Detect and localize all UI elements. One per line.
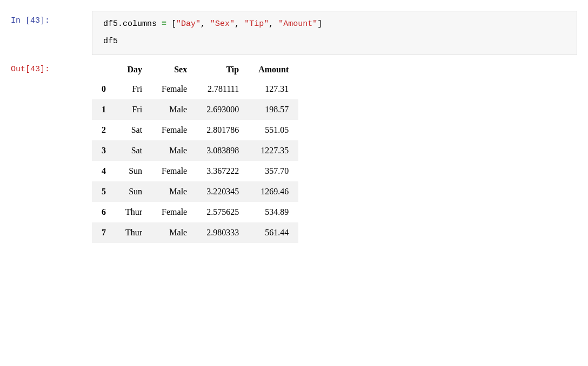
cell-tip: 2.781111 bbox=[197, 79, 249, 99]
cell-tip: 3.367222 bbox=[197, 161, 249, 181]
col-header-index bbox=[92, 60, 116, 79]
cell-tip: 3.220345 bbox=[197, 181, 249, 202]
cell-day: Sat bbox=[116, 140, 152, 161]
cell-index: 1 bbox=[92, 99, 116, 120]
cell-amount: 534.89 bbox=[249, 202, 298, 222]
cell-day: Sun bbox=[116, 181, 152, 202]
cell-day: Sun bbox=[116, 161, 152, 181]
cell-index: 2 bbox=[92, 120, 116, 140]
table-row: 4 Sun Female 3.367222 357.70 bbox=[92, 161, 298, 181]
code-open-bracket: [ bbox=[171, 19, 176, 29]
cell-amount: 127.31 bbox=[249, 79, 298, 99]
table-row: 6 Thur Female 2.575625 534.89 bbox=[92, 202, 298, 222]
code-str-tip: "Tip" bbox=[244, 19, 269, 29]
cell-tip: 2.980333 bbox=[197, 222, 249, 243]
input-cell: In [43]: df5.columns = ["Day", "Sex", "T… bbox=[0, 11, 588, 55]
cell-sex: Female bbox=[152, 79, 197, 99]
cell-sex: Male bbox=[152, 99, 197, 120]
cell-sex: Male bbox=[152, 181, 197, 202]
col-header-day: Day bbox=[116, 60, 152, 79]
code-equals: = bbox=[162, 19, 171, 29]
cell-day: Thur bbox=[116, 222, 152, 243]
cell-index: 5 bbox=[92, 181, 116, 202]
cell-sex: Male bbox=[152, 222, 197, 243]
code-str-amount: "Amount" bbox=[278, 19, 317, 29]
cell-day: Fri bbox=[116, 99, 152, 120]
code-str-day: "Day" bbox=[176, 19, 201, 29]
code-str-sex: "Sex" bbox=[210, 19, 235, 29]
input-label: In [43]: bbox=[0, 11, 92, 25]
code-df5: df5 bbox=[103, 37, 118, 46]
cell-index: 3 bbox=[92, 140, 116, 161]
code-comma-3: , bbox=[269, 19, 278, 29]
code-block[interactable]: df5.columns = ["Day", "Sex", "Tip", "Amo… bbox=[92, 11, 577, 55]
code-line-1: df5.columns = ["Day", "Sex", "Tip", "Amo… bbox=[103, 18, 566, 31]
table-row: 3 Sat Male 3.083898 1227.35 bbox=[92, 140, 298, 161]
table-row: 0 Fri Female 2.781111 127.31 bbox=[92, 79, 298, 99]
cell-index: 4 bbox=[92, 161, 116, 181]
code-comma-1: , bbox=[201, 19, 210, 29]
col-header-sex: Sex bbox=[152, 60, 197, 79]
col-header-amount: Amount bbox=[249, 60, 298, 79]
cell-amount: 1269.46 bbox=[249, 181, 298, 202]
code-var: df5.columns bbox=[103, 19, 157, 29]
cell-amount: 551.05 bbox=[249, 120, 298, 140]
cell-day: Sat bbox=[116, 120, 152, 140]
cell-amount: 357.70 bbox=[249, 161, 298, 181]
cell-sex: Female bbox=[152, 161, 197, 181]
cell-tip: 2.801786 bbox=[197, 120, 249, 140]
cell-amount: 198.57 bbox=[249, 99, 298, 120]
cell-index: 6 bbox=[92, 202, 116, 222]
cell-amount: 1227.35 bbox=[249, 140, 298, 161]
table-row: 2 Sat Female 2.801786 551.05 bbox=[92, 120, 298, 140]
cell-day: Fri bbox=[116, 79, 152, 99]
col-header-tip: Tip bbox=[197, 60, 249, 79]
table-row: 5 Sun Male 3.220345 1269.46 bbox=[92, 181, 298, 202]
code-close-bracket: ] bbox=[317, 19, 322, 29]
cell-tip: 2.575625 bbox=[197, 202, 249, 222]
cell-sex: Female bbox=[152, 202, 197, 222]
cell-day: Thur bbox=[116, 202, 152, 222]
cell-sex: Male bbox=[152, 140, 197, 161]
cell-amount: 561.44 bbox=[249, 222, 298, 243]
output-label: Out[43]: bbox=[0, 60, 92, 74]
code-line-2: df5 bbox=[103, 35, 566, 48]
table-row: 1 Fri Male 2.693000 198.57 bbox=[92, 99, 298, 120]
output-cell: Out[43]: Day Sex Tip Amount 0 Fri Female… bbox=[0, 60, 588, 243]
dataframe-table: Day Sex Tip Amount 0 Fri Female 2.781111… bbox=[92, 60, 298, 243]
cell-index: 0 bbox=[92, 79, 116, 99]
cell-index: 7 bbox=[92, 222, 116, 243]
cell-tip: 2.693000 bbox=[197, 99, 249, 120]
cell-tip: 3.083898 bbox=[197, 140, 249, 161]
code-comma-2: , bbox=[235, 19, 244, 29]
table-row: 7 Thur Male 2.980333 561.44 bbox=[92, 222, 298, 243]
table-header-row: Day Sex Tip Amount bbox=[92, 60, 298, 79]
cell-sex: Female bbox=[152, 120, 197, 140]
output-table-container: Day Sex Tip Amount 0 Fri Female 2.781111… bbox=[92, 60, 577, 243]
